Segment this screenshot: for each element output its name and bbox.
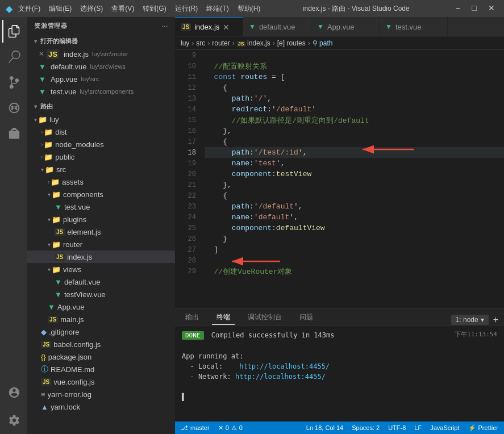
sidebar-menu-icon[interactable]: ··· bbox=[161, 23, 168, 30]
menu-file[interactable]: 文件(F) bbox=[18, 4, 40, 14]
activity-explorer[interactable] bbox=[2, 20, 25, 43]
window-controls[interactable]: − □ ✕ bbox=[452, 3, 498, 14]
tree-yarnerror[interactable]: ≡ yarn-error.log bbox=[27, 388, 175, 400]
open-file-testvue[interactable]: ▼ test.vue luy\src\components bbox=[27, 85, 175, 98]
tree-src-label: src bbox=[56, 165, 66, 174]
status-ln-col[interactable]: Ln 18, Col 14 bbox=[306, 424, 343, 431]
menu-help[interactable]: 帮助(H) bbox=[238, 4, 261, 14]
breadcrumb-routes[interactable]: [e] routes bbox=[277, 39, 306, 47]
open-file-appvue[interactable]: ▼ App.vue luy\src bbox=[27, 73, 175, 85]
open-editors-label: 打开的编辑器 bbox=[40, 37, 78, 45]
local-url-link[interactable]: http://localhost:4455/ bbox=[239, 362, 330, 370]
chevron-down-icon: ▾ bbox=[481, 316, 484, 324]
breadcrumb-luy[interactable]: luy bbox=[181, 39, 189, 47]
tab-indexjs[interactable]: JS index.js ✕ bbox=[175, 17, 243, 36]
line-num-11: 11 bbox=[175, 72, 196, 82]
activity-account[interactable] bbox=[2, 381, 25, 404]
tree-babelconfig[interactable]: JS babel.config.js bbox=[27, 338, 175, 350]
vue-icon-test: ▼ bbox=[55, 203, 62, 211]
panel-add-terminal[interactable]: + bbox=[493, 315, 498, 325]
breadcrumb-router[interactable]: router bbox=[212, 39, 230, 47]
tab-testvue[interactable]: ▼ test.vue bbox=[380, 17, 448, 36]
activity-extensions[interactable] bbox=[2, 122, 25, 145]
panel-tab-output[interactable]: 输出 bbox=[181, 310, 203, 325]
status-branch[interactable]: ⎇ master bbox=[181, 424, 210, 432]
tree-testviewvue[interactable]: ▼ testView.vue bbox=[27, 288, 175, 301]
tab-close-indexjs[interactable]: ✕ bbox=[223, 23, 230, 32]
activity-search[interactable] bbox=[2, 45, 25, 68]
status-encoding[interactable]: UTF-8 bbox=[388, 424, 406, 431]
line-num-26: 26 bbox=[175, 233, 196, 244]
panel-app-running: App running at: bbox=[182, 351, 497, 361]
status-spaces[interactable]: Spaces: 2 bbox=[352, 424, 380, 431]
editor[interactable]: 9 10 11 12 13 14 15 16 17 18 19 20 21 22… bbox=[175, 50, 504, 308]
tree-testvue[interactable]: ▼ test.vue bbox=[27, 201, 175, 213]
sidebar: 资源管理器 ··· ▾ 打开的编辑器 ✕ JS index.js luy\src… bbox=[27, 17, 175, 434]
menu-bar[interactable]: 文件(F) 编辑(E) 选择(S) 查看(V) 转到(G) 运行(R) 终端(T… bbox=[18, 4, 260, 14]
status-prettier[interactable]: ⚡ Prettier bbox=[468, 424, 498, 432]
tree-indexjs-label: index.js bbox=[67, 253, 92, 261]
open-editors-header[interactable]: ▾ 打开的编辑器 bbox=[27, 35, 175, 48]
breadcrumb-indexjs[interactable]: JS index.js bbox=[237, 39, 270, 47]
code-content[interactable]: //配置映射关系 const routes = [ { path:'/', re… bbox=[201, 50, 504, 308]
network-url-link[interactable]: http://localhost:4455/ bbox=[235, 373, 326, 381]
tree-views[interactable]: ▾ 📁 views bbox=[27, 263, 175, 276]
tree-luy-label: luy bbox=[49, 115, 59, 124]
tree-mainjs[interactable]: JS main.js bbox=[27, 313, 175, 326]
js-icon-element: JS bbox=[55, 228, 65, 236]
tree-router[interactable]: ▾ 📁 router bbox=[27, 238, 175, 251]
tree-node-modules[interactable]: › 📁 node_modules bbox=[27, 138, 175, 151]
tree-public[interactable]: › 📁 public bbox=[27, 151, 175, 163]
tree-plugins-label: plugins bbox=[63, 215, 86, 224]
status-language[interactable]: JavaScript bbox=[430, 424, 459, 431]
code-line-26: } bbox=[205, 233, 504, 244]
panel-tab-problems[interactable]: 问题 bbox=[295, 310, 318, 325]
tree-gitignore[interactable]: ◆ .gitignore bbox=[27, 326, 175, 338]
tree-components[interactable]: ▾ 📁 components bbox=[27, 188, 175, 201]
menu-goto[interactable]: 转到(G) bbox=[143, 4, 166, 14]
tree-appvue[interactable]: ▼ App.vue bbox=[27, 301, 175, 313]
vue-file-icon: ▼ bbox=[39, 62, 46, 71]
tree-plugins[interactable]: ▾ 📁 plugins bbox=[27, 213, 175, 226]
menu-run[interactable]: 运行(R) bbox=[175, 4, 198, 14]
open-file-defaultvue[interactable]: ▼ default.vue luy\src\views bbox=[27, 60, 175, 73]
main-content: JS index.js ✕ ▼ default.vue ▼ App.vue ▼ … bbox=[175, 17, 504, 434]
activity-bar bbox=[0, 17, 27, 434]
activity-settings[interactable] bbox=[2, 409, 25, 432]
breadcrumb-src[interactable]: src bbox=[196, 39, 205, 47]
tab-defaultvue[interactable]: ▼ default.vue bbox=[243, 17, 311, 36]
menu-edit[interactable]: 编辑(E) bbox=[49, 4, 72, 14]
activity-source-control[interactable] bbox=[2, 71, 25, 94]
panel-terminal-dropdown[interactable]: 1: node ▾ bbox=[451, 315, 489, 325]
tree-dist[interactable]: › 📁 dist bbox=[27, 126, 175, 138]
menu-terminal[interactable]: 终端(T) bbox=[206, 4, 228, 14]
tree-packagejson[interactable]: {} package.json bbox=[27, 350, 175, 363]
tree-src[interactable]: ▾ 📁 src bbox=[27, 163, 175, 176]
status-errors[interactable]: ✕ 0 ⚠ 0 bbox=[218, 424, 243, 432]
breadcrumb: luy › src › router › JS index.js › [e] r… bbox=[175, 37, 504, 50]
tab-appvue[interactable]: ▼ App.vue bbox=[311, 17, 380, 36]
menu-select[interactable]: 选择(S) bbox=[80, 4, 103, 14]
tree-readme[interactable]: ⓘ README.md bbox=[27, 363, 175, 375]
error-icon: ✕ bbox=[218, 424, 223, 432]
tree-assets[interactable]: › 📁 assets bbox=[27, 176, 175, 188]
status-eol[interactable]: LF bbox=[414, 424, 422, 431]
line-num-13: 13 bbox=[175, 93, 196, 104]
panel-content[interactable]: DONE Compiled successfully in 143ms 下午11… bbox=[175, 326, 504, 422]
tree-indexjs[interactable]: JS index.js bbox=[27, 251, 175, 263]
code-line-24: name:'default', bbox=[205, 212, 504, 223]
panel-tab-debug[interactable]: 调试控制台 bbox=[243, 310, 286, 325]
panel-tab-terminal[interactable]: 终端 bbox=[212, 310, 235, 325]
tree-yarnlock[interactable]: ▲ yarn.lock bbox=[27, 400, 175, 413]
menu-view[interactable]: 查看(V) bbox=[111, 4, 134, 14]
tree-defaultvue[interactable]: ▼ default.vue bbox=[27, 276, 175, 288]
open-file-indexjs[interactable]: ✕ JS index.js luy\src\router bbox=[27, 48, 175, 60]
activity-run-debug[interactable] bbox=[2, 97, 25, 119]
tree-luy[interactable]: ▾ 📁 luy bbox=[27, 113, 175, 126]
warning-icon: ⚠ bbox=[231, 424, 237, 432]
close-icon[interactable]: ✕ bbox=[39, 50, 44, 58]
tree-elementjs[interactable]: JS element.js bbox=[27, 226, 175, 238]
routes-section-header[interactable]: ▾ 路由 bbox=[27, 100, 175, 113]
tree-vueconfig[interactable]: JS vue.config.js bbox=[27, 375, 175, 388]
folder-chevron7: ▾ bbox=[48, 191, 51, 198]
